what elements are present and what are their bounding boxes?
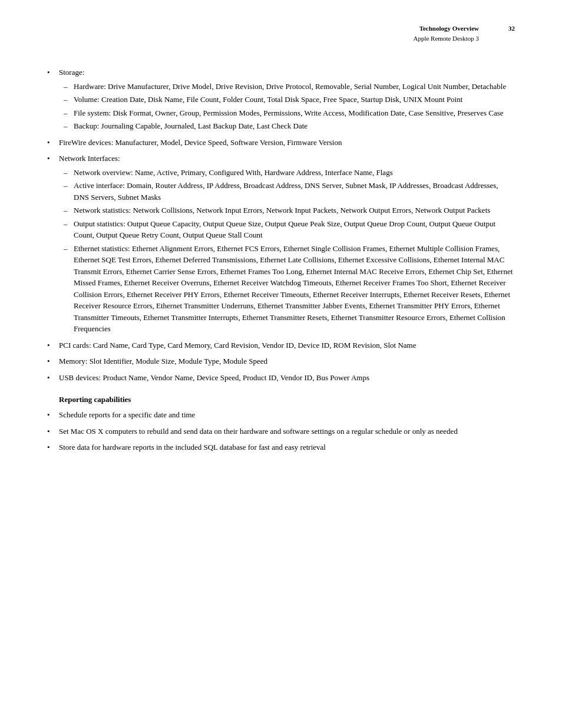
sub-list-item: File system: Disk Format, Owner, Group, … bbox=[59, 107, 515, 119]
page-number: 32 bbox=[508, 24, 515, 34]
header-text: Technology Overview Apple Remote Desktop… bbox=[413, 24, 479, 43]
list-item: PCI cards: Card Name, Card Type, Card Me… bbox=[47, 340, 515, 351]
sub-list-item: Ethernet statistics: Ethernet Alignment … bbox=[59, 243, 515, 335]
item-label: Storage: bbox=[59, 68, 84, 77]
item-label: Store data for hardware reports in the i… bbox=[59, 443, 326, 452]
sub-list-item: Volume: Creation Date, Disk Name, File C… bbox=[59, 94, 515, 106]
list-item: Network Interfaces: Network overview: Na… bbox=[47, 153, 515, 335]
page-header: Technology Overview Apple Remote Desktop… bbox=[47, 24, 515, 43]
list-item: USB devices: Product Name, Vendor Name, … bbox=[47, 372, 515, 384]
sub-list: Network overview: Name, Active, Primary,… bbox=[59, 167, 515, 335]
item-label: Schedule reports for a specific date and… bbox=[59, 410, 195, 419]
page: Technology Overview Apple Remote Desktop… bbox=[0, 0, 562, 728]
sub-list-item: Network statistics: Network Collisions, … bbox=[59, 205, 515, 216]
header-subtitle: Apple Remote Desktop 3 bbox=[413, 34, 479, 44]
item-label: FireWire devices: Manufacturer, Model, D… bbox=[59, 138, 342, 147]
item-label: USB devices: Product Name, Vendor Name, … bbox=[59, 373, 369, 382]
reporting-list: Schedule reports for a specific date and… bbox=[47, 409, 515, 453]
list-item: Set Mac OS X computers to rebuild and se… bbox=[47, 426, 515, 437]
sub-list-item: Active interface: Domain, Router Address… bbox=[59, 180, 515, 203]
sub-list: Hardware: Drive Manufacturer, Drive Mode… bbox=[59, 81, 515, 132]
reporting-heading: Reporting capabilities bbox=[47, 395, 515, 404]
item-label: PCI cards: Card Name, Card Type, Card Me… bbox=[59, 341, 416, 350]
sub-list-item: Backup: Journaling Capable, Journaled, L… bbox=[59, 120, 515, 132]
sub-list-item: Hardware: Drive Manufacturer, Drive Mode… bbox=[59, 81, 515, 93]
list-item: Store data for hardware reports in the i… bbox=[47, 442, 515, 453]
main-bullet-list: Storage: Hardware: Drive Manufacturer, D… bbox=[47, 67, 515, 383]
item-label: Set Mac OS X computers to rebuild and se… bbox=[59, 427, 458, 436]
list-item: Schedule reports for a specific date and… bbox=[47, 409, 515, 421]
sub-list-item: Output statistics: Output Queue Capacity… bbox=[59, 218, 515, 241]
list-item: Storage: Hardware: Drive Manufacturer, D… bbox=[47, 67, 515, 132]
main-content: Storage: Hardware: Drive Manufacturer, D… bbox=[47, 67, 515, 453]
item-label: Network Interfaces: bbox=[59, 154, 120, 163]
header-title: Technology Overview bbox=[413, 24, 479, 34]
header-right: Technology Overview Apple Remote Desktop… bbox=[413, 24, 515, 43]
list-item: Memory: Slot Identifier, Module Size, Mo… bbox=[47, 355, 515, 367]
item-label: Memory: Slot Identifier, Module Size, Mo… bbox=[59, 357, 267, 365]
list-item: FireWire devices: Manufacturer, Model, D… bbox=[47, 137, 515, 149]
sub-list-item: Network overview: Name, Active, Primary,… bbox=[59, 167, 515, 179]
